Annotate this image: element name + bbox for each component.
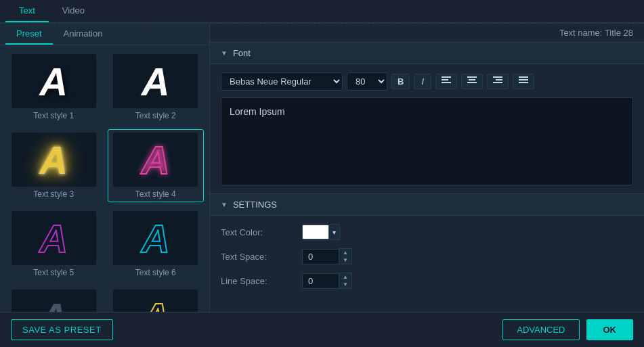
- font-section-header[interactable]: ▼ Font: [210, 43, 644, 64]
- preset-item-7[interactable]: A Text style 7: [5, 286, 102, 312]
- main-layout: Preset Animation A Text style 1 A Text s…: [0, 23, 644, 312]
- text-space-down[interactable]: ▼: [339, 256, 351, 264]
- settings-section-label: SETTINGS: [233, 200, 277, 210]
- svg-rect-8: [493, 82, 502, 83]
- text-space-input[interactable]: [302, 249, 339, 264]
- font-section: Bebas Neue Regular 80 B I: [210, 64, 644, 194]
- left-panel: Preset Animation A Text style 1 A Text s…: [0, 24, 210, 312]
- text-preview[interactable]: Lorem Ipsum: [221, 97, 633, 185]
- preset-thumb-5: A: [12, 211, 96, 265]
- settings-section: Text Color: ▾ Text Space: ▲ ▼: [210, 216, 644, 305]
- style5-letter: A: [39, 216, 68, 261]
- bottom-bar: SAVE AS PRESET ADVANCED OK: [0, 312, 644, 347]
- preset-label-2: Text style 2: [135, 111, 176, 120]
- text-space-row: Text Space: ▲ ▼: [221, 248, 633, 264]
- svg-rect-6: [493, 76, 502, 78]
- font-select[interactable]: Bebas Neue Regular: [221, 72, 343, 91]
- align-left-button[interactable]: [435, 74, 457, 89]
- svg-rect-1: [442, 79, 448, 80]
- preset-label-5: Text style 5: [33, 268, 74, 277]
- text-color-row: Text Color: ▾: [221, 224, 633, 240]
- save-preset-button[interactable]: SAVE AS PRESET: [11, 319, 113, 340]
- align-center-button[interactable]: [461, 74, 483, 89]
- preset-item-6[interactable]: A Text style 6: [108, 208, 205, 281]
- settings-chevron-icon: ▼: [221, 201, 228, 208]
- tab-preset[interactable]: Preset: [5, 24, 53, 45]
- font-section-label: Font: [233, 48, 251, 58]
- preview-text: Lorem Ipsum: [230, 106, 285, 117]
- svg-rect-5: [467, 82, 477, 83]
- text-space-label: Text Space:: [221, 252, 302, 262]
- tab-animation[interactable]: Animation: [53, 24, 114, 45]
- right-panel: Text name: Title 28 ▼ Font Bebas Neue Re…: [210, 24, 644, 312]
- preset-thumb-3: A: [12, 133, 96, 187]
- text-color-control: ▾: [302, 224, 340, 240]
- sub-tabs-bar: Preset Animation: [0, 24, 209, 45]
- svg-rect-11: [519, 82, 528, 83]
- preset-thumb-8: A: [113, 290, 198, 312]
- preset-thumb-2: A: [113, 54, 198, 108]
- bold-button[interactable]: B: [391, 74, 410, 89]
- settings-section-header[interactable]: ▼ SETTINGS: [210, 194, 644, 216]
- preset-item-8[interactable]: A Text style 8: [108, 286, 205, 312]
- text-color-label: Text Color:: [221, 227, 302, 237]
- style4-letter: A: [142, 137, 170, 183]
- advanced-button[interactable]: ADVANCED: [502, 319, 579, 340]
- font-controls-row: Bebas Neue Regular 80 B I: [221, 72, 633, 91]
- preset-thumb-4: A: [113, 133, 198, 187]
- text-space-control: ▲ ▼: [302, 248, 352, 264]
- preset-item-4[interactable]: A Text style 4: [108, 129, 205, 202]
- preset-label-6: Text style 6: [135, 268, 176, 277]
- preset-thumb-7: A: [12, 290, 96, 312]
- svg-rect-4: [469, 79, 475, 80]
- right-buttons: ADVANCED OK: [502, 319, 633, 340]
- style1-letter: A: [39, 59, 68, 104]
- preset-label-1: Text style 1: [33, 111, 74, 120]
- style6-letter: A: [142, 216, 170, 261]
- line-space-input[interactable]: [302, 273, 339, 289]
- preset-thumb-6: A: [113, 211, 198, 265]
- line-space-up[interactable]: ▲: [339, 273, 351, 281]
- ok-button[interactable]: OK: [586, 319, 634, 340]
- color-swatch[interactable]: [302, 225, 329, 239]
- style2-letter: A: [142, 59, 170, 104]
- svg-rect-3: [467, 76, 477, 78]
- preset-label-3: Text style 3: [33, 189, 74, 199]
- font-chevron-icon: ▼: [221, 49, 228, 57]
- style7-letter: A: [39, 294, 68, 313]
- tab-text[interactable]: Text: [5, 0, 49, 22]
- italic-button[interactable]: I: [414, 74, 431, 89]
- preset-item-2[interactable]: A Text style 2: [108, 51, 205, 124]
- style8-letter: A: [142, 294, 170, 313]
- preset-thumb-1: A: [12, 54, 96, 108]
- preset-item-1[interactable]: A Text style 1: [5, 51, 102, 124]
- preset-item-5[interactable]: A Text style 5: [5, 208, 102, 281]
- font-size-select[interactable]: 80: [347, 72, 387, 91]
- color-dropdown-button[interactable]: ▾: [329, 224, 340, 240]
- svg-rect-0: [442, 76, 451, 78]
- svg-rect-7: [496, 79, 502, 80]
- text-space-up[interactable]: ▲: [339, 249, 351, 256]
- align-justify-button[interactable]: [513, 74, 534, 89]
- presets-grid: A Text style 1 A Text style 2 A Text sty…: [0, 45, 209, 312]
- svg-rect-9: [519, 76, 528, 78]
- preset-item-3[interactable]: A Text style 3: [5, 129, 102, 202]
- preset-label-4: Text style 4: [135, 189, 176, 199]
- line-space-down[interactable]: ▼: [339, 281, 351, 288]
- text-name-bar: Text name: Title 28: [210, 24, 644, 43]
- align-right-button[interactable]: [487, 74, 509, 89]
- top-tabs-bar: Text Video: [0, 0, 644, 23]
- style3-letter: A: [39, 137, 68, 183]
- line-space-label: Line Space:: [221, 276, 302, 286]
- svg-rect-10: [519, 79, 528, 80]
- line-space-control: ▲ ▼: [302, 273, 352, 289]
- svg-rect-2: [442, 82, 451, 83]
- line-space-row: Line Space: ▲ ▼: [221, 273, 633, 289]
- text-space-spinners: ▲ ▼: [339, 248, 352, 264]
- text-name-label: Text name: Title 28: [559, 28, 633, 38]
- tab-video[interactable]: Video: [49, 0, 98, 22]
- line-space-spinners: ▲ ▼: [339, 273, 352, 289]
